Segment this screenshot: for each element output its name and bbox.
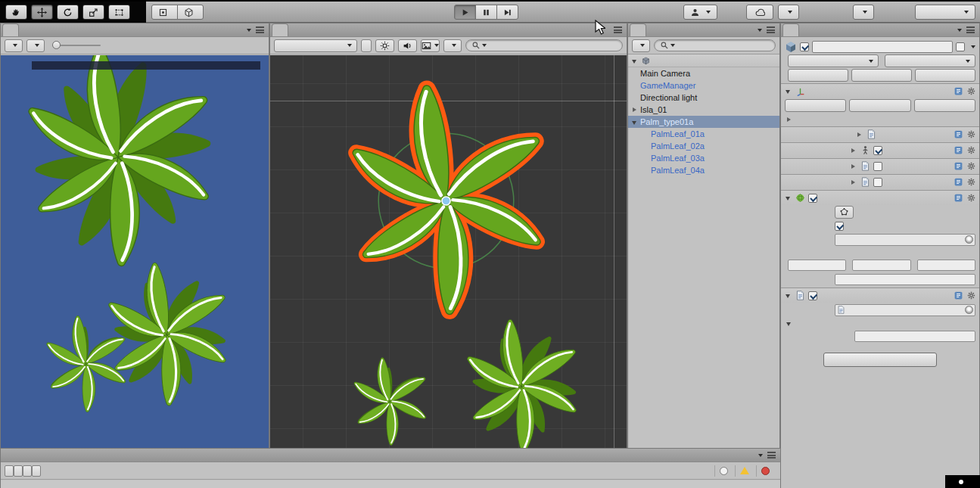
clear-button[interactable] <box>5 465 14 477</box>
skinned-combiner-foldout-arrow[interactable] <box>784 291 792 300</box>
foldout-arrow[interactable] <box>630 118 639 126</box>
hierarchy-item[interactable]: Main Camera <box>628 67 779 79</box>
transform-foldout-arrow[interactable] <box>784 87 792 95</box>
animator-enabled-checkbox[interactable] <box>873 146 882 155</box>
tab-inspector[interactable] <box>782 23 799 36</box>
transform-header[interactable] <box>781 84 979 98</box>
slider-knob[interactable] <box>52 41 61 49</box>
foldout-arrow[interactable] <box>641 154 649 163</box>
pose-manager-header[interactable] <box>781 127 979 141</box>
create-dropdown[interactable] <box>632 39 650 52</box>
scale-slider[interactable] <box>52 40 101 51</box>
active-checkbox[interactable] <box>800 42 809 51</box>
rotation-button[interactable] <box>849 99 910 112</box>
animation-offset-enabled-checkbox[interactable] <box>873 162 882 171</box>
collapse-button[interactable] <box>14 465 23 477</box>
help-icon[interactable] <box>954 161 963 171</box>
aspect-dropdown[interactable] <box>26 39 45 52</box>
skinned-combiner-enabled-checkbox[interactable] <box>808 291 817 300</box>
sprite-mesh-instances-row[interactable] <box>781 317 979 329</box>
2d-toggle-button[interactable] <box>361 39 372 52</box>
tab-scene[interactable] <box>272 23 288 36</box>
sphere-collider-foldout-arrow[interactable] <box>784 194 792 202</box>
edit-collider-button[interactable] <box>835 206 854 219</box>
prefab-apply-button[interactable] <box>915 69 975 82</box>
layer-dropdown[interactable] <box>885 54 975 67</box>
is-trigger-checkbox[interactable] <box>835 222 844 231</box>
hierarchy-item[interactable]: PalmLeaf_01a <box>628 128 779 140</box>
prefab-select-button[interactable] <box>788 69 848 82</box>
step-button[interactable] <box>496 5 518 20</box>
static-checkbox[interactable] <box>956 42 965 51</box>
skinned-combiner-header[interactable] <box>781 288 979 303</box>
radius-field[interactable] <box>835 274 975 285</box>
palm-sprite-medium[interactable] <box>446 311 597 448</box>
gizmos-dropdown[interactable] <box>443 39 462 52</box>
hierarchy-search-input[interactable] <box>677 41 770 50</box>
gear-icon[interactable] <box>966 177 976 187</box>
scale-tool-button[interactable] <box>82 5 104 20</box>
foldout-arrow[interactable] <box>641 166 649 175</box>
pause-button[interactable] <box>475 5 497 20</box>
animator-header[interactable] <box>781 143 979 157</box>
foldout-arrow[interactable] <box>641 130 649 138</box>
hierarchy-lock-icon[interactable] <box>758 29 762 32</box>
foldout-arrow[interactable] <box>630 106 639 114</box>
gear-icon[interactable] <box>966 145 976 155</box>
info-badge[interactable] <box>714 465 735 477</box>
clear-on-play-button[interactable] <box>23 465 32 477</box>
scene-header-row[interactable] <box>628 54 779 67</box>
palm-sprite-small[interactable] <box>340 352 440 448</box>
static-caret-icon[interactable] <box>971 45 975 48</box>
play-button[interactable] <box>454 5 476 20</box>
help-icon[interactable] <box>954 177 963 187</box>
object-name-field[interactable] <box>812 41 953 53</box>
move-tool-button[interactable] <box>31 5 53 20</box>
prefab-revert-button[interactable] <box>851 69 912 82</box>
hierarchy-item[interactable]: Isla_01 <box>628 104 779 116</box>
display-dropdown[interactable] <box>5 39 23 52</box>
object-picker-icon[interactable] <box>965 235 973 244</box>
pivot-button[interactable] <box>151 5 178 20</box>
gear-icon[interactable] <box>966 86 976 96</box>
set-origin-row[interactable] <box>781 113 979 126</box>
help-icon[interactable] <box>954 129 963 139</box>
rect-tool-button[interactable] <box>108 5 130 20</box>
switch-anim-header[interactable] <box>781 175 979 189</box>
set-origin-foldout-arrow[interactable] <box>785 115 793 123</box>
local-button[interactable] <box>177 5 204 20</box>
add-component-button[interactable] <box>823 353 937 367</box>
game-panel-menu-icon[interactable] <box>256 26 264 33</box>
hand-tool-button[interactable] <box>5 5 27 20</box>
scene-search-input[interactable] <box>488 41 617 50</box>
scene-viewport[interactable] <box>270 55 627 448</box>
tab-game[interactable] <box>2 23 19 36</box>
gear-icon[interactable] <box>966 291 976 300</box>
rotate-tool-button[interactable] <box>57 5 79 20</box>
center-x-field[interactable] <box>788 260 846 271</box>
hierarchy-menu-icon[interactable] <box>767 26 775 33</box>
scene-panel-menu-icon[interactable] <box>614 26 622 33</box>
hierarchy-item[interactable]: Directional light <box>628 92 779 104</box>
hierarchy-search[interactable] <box>654 39 776 51</box>
bottom-panel-menu-icon[interactable] <box>767 452 776 458</box>
animator-foldout-arrow[interactable] <box>849 146 857 154</box>
scene-audio-button[interactable] <box>398 39 417 52</box>
scene-search[interactable] <box>465 39 623 51</box>
collab-button[interactable] <box>683 5 717 20</box>
switch-anim-enabled-checkbox[interactable] <box>873 178 882 187</box>
switch-anim-foldout-arrow[interactable] <box>849 178 857 186</box>
tag-dropdown[interactable] <box>788 54 879 67</box>
hierarchy-item[interactable]: PalmLeaf_03a <box>628 152 779 164</box>
console-log-area[interactable] <box>1 480 780 488</box>
move-handle[interactable] <box>442 197 450 205</box>
foldout-arrow[interactable] <box>641 142 649 151</box>
gear-icon[interactable] <box>966 193 976 203</box>
center-y-field[interactable] <box>852 260 910 271</box>
center-z-field[interactable] <box>917 260 975 271</box>
sphere-collider-enabled-checkbox[interactable] <box>808 194 817 203</box>
layers-dropdown[interactable] <box>853 5 874 20</box>
bottom-panel-dropdown-icon[interactable] <box>758 454 763 457</box>
material-object-field[interactable] <box>835 234 975 246</box>
foldout-arrow[interactable] <box>630 94 639 102</box>
